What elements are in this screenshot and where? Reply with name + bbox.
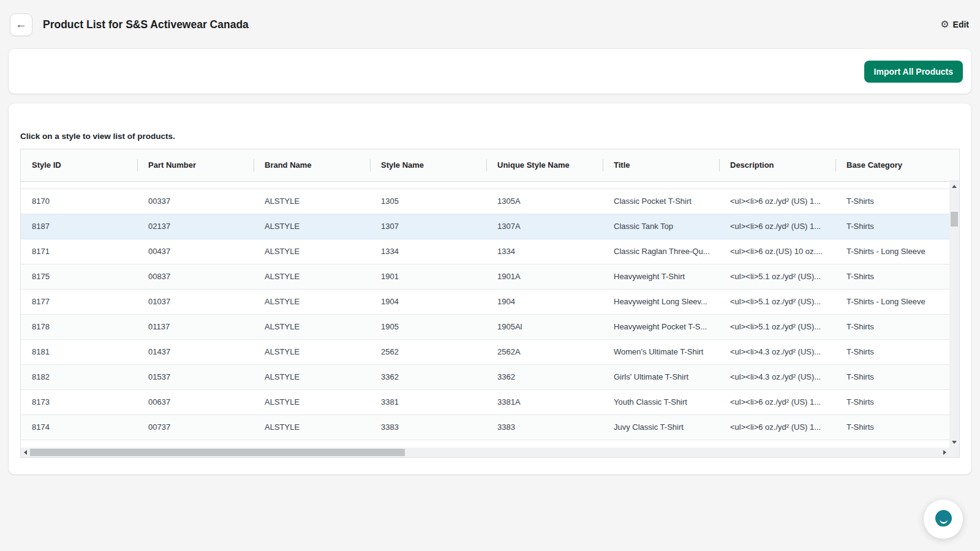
cell-title[interactable]: Juvy Classic T-Shirt: [603, 414, 719, 440]
cell-title[interactable]: Women's Ultimate T-Shirt: [603, 339, 719, 364]
cell-style-id[interactable]: 8173: [21, 389, 137, 414]
cell-title[interactable]: Heavyweight Long Sleev...: [603, 289, 719, 314]
vscroll-down-arrow-icon[interactable]: [952, 441, 957, 444]
cell-brand-name[interactable]: ALSTYLE: [254, 189, 370, 214]
cell-part-number[interactable]: 01537: [137, 364, 254, 389]
cell-style-id[interactable]: 8177: [21, 289, 137, 314]
cell-style-name[interactable]: 1901: [370, 264, 486, 289]
cell-style-name[interactable]: 2562: [370, 339, 486, 364]
vscroll-thumb[interactable]: [951, 212, 958, 227]
cell-style-name[interactable]: 3381: [370, 389, 486, 414]
cell-unique-style-name[interactable]: 3362: [486, 364, 603, 389]
cell-part-number[interactable]: 00837: [137, 264, 254, 289]
cell-description[interactable]: <ul><li>6 oz.(US) 10 oz....: [719, 239, 835, 264]
cell-style-id[interactable]: 8175: [21, 264, 137, 289]
cell-description[interactable]: <ul><li>5.1 oz./yd² (US)...: [719, 314, 835, 339]
table-row[interactable]: 8177 01037 ALSTYLE 1904 1904 Heavyweight…: [21, 289, 949, 314]
cell-base-category[interactable]: T-Shirts: [835, 189, 949, 214]
table-row[interactable]: 8175 00837 ALSTYLE 1901 1901A Heavyweigh…: [21, 264, 949, 289]
cell-style-name[interactable]: 1307: [370, 214, 486, 239]
cell-base-category[interactable]: T-Shirts: [835, 314, 949, 339]
cell-style-name[interactable]: 1904: [370, 289, 486, 314]
cell-unique-style-name[interactable]: 1905Al: [486, 314, 603, 339]
cell-style-id[interactable]: 8178: [21, 314, 137, 339]
table-row[interactable]: 8173 00637 ALSTYLE 3381 3381A Youth Clas…: [21, 389, 949, 414]
cell-title[interactable]: Girls' Ultimate T-Shirt: [603, 364, 719, 389]
cell-description[interactable]: <ul><li>6 oz./yd² (US) 1...: [719, 189, 835, 214]
table-row[interactable]: 8171 00437 ALSTYLE 1334 1334 Classic Rag…: [21, 239, 949, 264]
cell-part-number[interactable]: 01137: [137, 314, 254, 339]
cell-description[interactable]: <ul><li>4.3 oz./yd² (US)...: [719, 339, 835, 364]
cell-base-category[interactable]: T-Shirts: [835, 364, 949, 389]
cell-unique-style-name[interactable]: 1307A: [486, 214, 603, 239]
cell-brand-name[interactable]: ALSTYLE: [254, 239, 370, 264]
cell-style-id[interactable]: 8174: [21, 414, 137, 440]
edit-button[interactable]: ⚙ Edit: [940, 20, 969, 29]
cell-style-name[interactable]: 1305: [370, 189, 486, 214]
hscroll-thumb[interactable]: [30, 449, 405, 456]
cell-title[interactable]: Heavyweight T-Shirt: [603, 264, 719, 289]
cell-base-category[interactable]: T-Shirts: [835, 414, 949, 440]
cell-unique-style-name[interactable]: 1901A: [486, 264, 603, 289]
import-all-products-button[interactable]: Import All Products: [864, 61, 963, 83]
cell-base-category[interactable]: T-Shirts: [835, 389, 949, 414]
cell-part-number[interactable]: 00737: [137, 414, 254, 440]
cell-title[interactable]: Classic Pocket T-Shirt: [603, 189, 719, 214]
cell-description[interactable]: <ul><li>6 oz./yd² (US) 1...: [719, 389, 835, 414]
cell-part-number[interactable]: 00437: [137, 239, 254, 264]
cell-style-name[interactable]: 1905: [370, 314, 486, 339]
hscroll-right-arrow-icon[interactable]: [943, 450, 946, 455]
cell-title[interactable]: Classic Raglan Three-Qu...: [603, 239, 719, 264]
cell-style-name[interactable]: 3362: [370, 364, 486, 389]
table-row[interactable]: 8182 01537 ALSTYLE 3362 3362 Girls' Ulti…: [21, 364, 949, 389]
cell-part-number[interactable]: 02137: [137, 214, 254, 239]
cell-brand-name[interactable]: ALSTYLE: [254, 339, 370, 364]
partially-scrolled-row[interactable]: [21, 181, 949, 189]
cell-description[interactable]: <ul><li>5.1 oz./yd² (US)...: [719, 264, 835, 289]
cell-base-category[interactable]: T-Shirts - Long Sleeve: [835, 289, 949, 314]
table-row-highlighted[interactable]: 8187 02137 ALSTYLE 1307 1307A Classic Ta…: [21, 214, 949, 239]
table-row[interactable]: 8178 01137 ALSTYLE 1905 1905Al Heavyweig…: [21, 314, 949, 339]
back-button[interactable]: ←: [10, 13, 32, 36]
cell-brand-name[interactable]: ALSTYLE: [254, 214, 370, 239]
cell-style-id[interactable]: 8171: [21, 239, 137, 264]
cell-title[interactable]: Heavyweight Pocket T-S...: [603, 314, 719, 339]
cell-style-id[interactable]: 8181: [21, 339, 137, 364]
cell-title[interactable]: Youth Classic T-Shirt: [603, 389, 719, 414]
cell-base-category[interactable]: T-Shirts: [835, 264, 949, 289]
cell-brand-name[interactable]: ALSTYLE: [254, 364, 370, 389]
cell-style-id[interactable]: 8182: [21, 364, 137, 389]
cell-style-name[interactable]: 1334: [370, 239, 486, 264]
cell-base-category[interactable]: T-Shirts: [835, 214, 949, 239]
cell-unique-style-name[interactable]: 2562A: [486, 339, 603, 364]
cell-brand-name[interactable]: ALSTYLE: [254, 264, 370, 289]
cell-style-name[interactable]: 3383: [370, 414, 486, 440]
cell-brand-name[interactable]: ALSTYLE: [254, 314, 370, 339]
cell-description[interactable]: <ul><li>6 oz./yd² (US) 1...: [719, 214, 835, 239]
cell-description[interactable]: <ul><li>6 oz./yd² (US) 1...: [719, 414, 835, 440]
cell-unique-style-name[interactable]: 1904: [486, 289, 603, 314]
chat-launcher-button[interactable]: [924, 500, 963, 539]
cell-brand-name[interactable]: ALSTYLE: [254, 389, 370, 414]
cell-description[interactable]: <ul><li>5.1 oz./yd² (US)...: [719, 289, 835, 314]
cell-unique-style-name[interactable]: 1305A: [486, 189, 603, 214]
cell-base-category[interactable]: T-Shirts - Long Sleeve: [835, 239, 949, 264]
cell-brand-name[interactable]: ALSTYLE: [254, 289, 370, 314]
cell-brand-name[interactable]: ALSTYLE: [254, 414, 370, 440]
hscroll-left-arrow-icon[interactable]: [24, 450, 27, 455]
cell-title[interactable]: Classic Tank Top: [603, 214, 719, 239]
cell-part-number[interactable]: 00337: [137, 189, 254, 214]
cell-part-number[interactable]: 00637: [137, 389, 254, 414]
cell-unique-style-name[interactable]: 3383: [486, 414, 603, 440]
cell-unique-style-name[interactable]: 3381A: [486, 389, 603, 414]
cell-base-category[interactable]: T-Shirts: [835, 339, 949, 364]
cell-part-number[interactable]: 01037: [137, 289, 254, 314]
vscroll-up-arrow-icon[interactable]: [952, 185, 957, 188]
table-row[interactable]: 8174 00737 ALSTYLE 3383 3383 Juvy Classi…: [21, 414, 949, 440]
cell-style-id[interactable]: 8187: [21, 214, 137, 239]
table-row[interactable]: 8181 01437 ALSTYLE 2562 2562A Women's Ul…: [21, 339, 949, 364]
table-row[interactable]: 8170 00337 ALSTYLE 1305 1305A Classic Po…: [21, 189, 949, 214]
cell-style-id[interactable]: 8170: [21, 189, 137, 214]
vertical-scrollbar[interactable]: [949, 181, 959, 448]
cell-unique-style-name[interactable]: 1334: [486, 239, 603, 264]
